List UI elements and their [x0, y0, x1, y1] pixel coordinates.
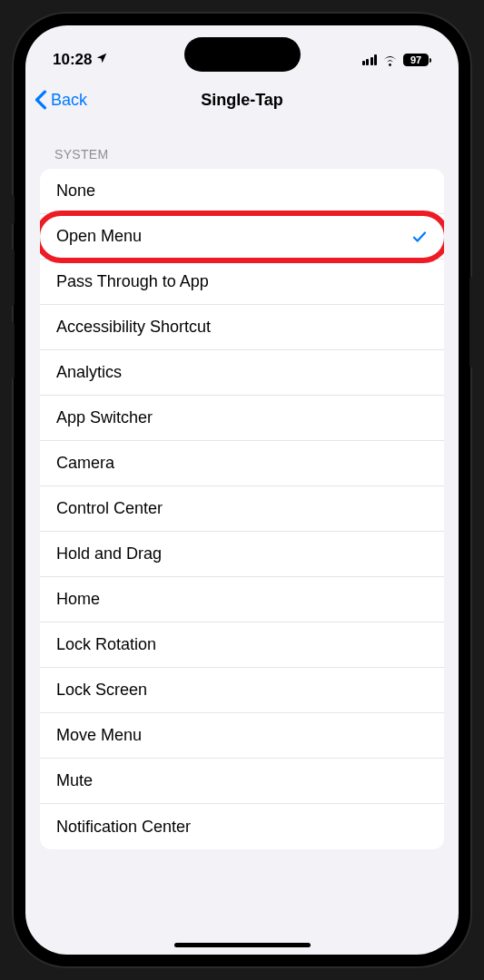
list-item-label: Analytics [56, 363, 122, 382]
status-left: 10:28 [53, 51, 108, 69]
list-item[interactable]: Lock Rotation [40, 622, 444, 668]
checkmark-icon [411, 229, 428, 245]
list-item-label: Notification Center [56, 818, 191, 837]
list-item-label: Lock Rotation [56, 635, 156, 654]
screen: 10:28 97 [25, 25, 459, 955]
list-item[interactable]: Open Menu [40, 214, 444, 260]
side-button [469, 277, 473, 368]
list-item[interactable]: Hold and Drag [40, 532, 444, 577]
battery-percentage: 97 [410, 54, 421, 65]
list-item-label: Mute [56, 771, 93, 790]
list-item[interactable]: Accessibility Shortcut [40, 305, 444, 350]
page-title: Single-Tap [201, 91, 283, 110]
list-item[interactable]: Mute [40, 759, 444, 804]
list-item[interactable]: App Switcher [40, 396, 444, 441]
list-item-label: Home [56, 590, 100, 609]
wifi-icon [382, 54, 398, 66]
list-item-label: Lock Screen [56, 681, 147, 700]
content: SYSTEM NoneOpen MenuPass Through to AppA… [25, 122, 459, 849]
status-time: 10:28 [53, 51, 92, 69]
list-item-label: Hold and Drag [56, 544, 162, 564]
list-item-label: Open Menu [56, 227, 142, 246]
chevron-left-icon [35, 90, 47, 110]
list-item-label: Accessibility Shortcut [56, 318, 211, 337]
list-item[interactable]: None [40, 169, 444, 214]
side-button [11, 322, 15, 378]
status-right: 97 [362, 54, 432, 66]
back-button[interactable]: Back [25, 90, 87, 110]
list-item-label: Camera [56, 454, 114, 473]
back-label: Back [51, 91, 87, 110]
list-item[interactable]: Move Menu [40, 713, 444, 759]
list-item[interactable]: Control Center [40, 486, 444, 532]
list-item[interactable]: Lock Screen [40, 668, 444, 713]
list-item-label: App Switcher [56, 408, 153, 427]
side-button [11, 250, 15, 306]
list-item[interactable]: Notification Center [40, 804, 444, 849]
list-item[interactable]: Analytics [40, 350, 444, 396]
phone-frame: 10:28 97 [14, 14, 470, 966]
list-item[interactable]: Pass Through to App [40, 260, 444, 305]
list-item-label: None [56, 181, 95, 201]
settings-list: NoneOpen MenuPass Through to AppAccessib… [40, 169, 444, 849]
list-item-label: Pass Through to App [56, 272, 209, 291]
list-item-label: Control Center [56, 499, 163, 518]
dynamic-island [184, 37, 301, 72]
nav-bar: Back Single-Tap [25, 78, 459, 122]
side-button [11, 195, 15, 224]
cellular-icon [362, 54, 378, 65]
section-header: SYSTEM [25, 147, 459, 169]
list-item-label: Move Menu [56, 726, 142, 745]
home-indicator[interactable] [174, 943, 311, 947]
list-item[interactable]: Home [40, 577, 444, 622]
location-icon [95, 51, 108, 69]
list-item[interactable]: Camera [40, 441, 444, 486]
battery-icon: 97 [403, 54, 431, 66]
